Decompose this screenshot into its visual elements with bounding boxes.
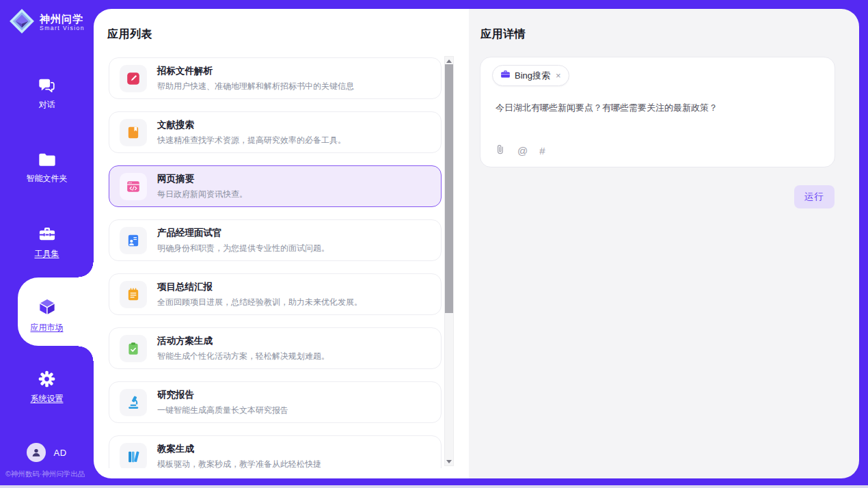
brand-name: 神州问学 [40,14,85,25]
app-title: 研究报告 [157,389,288,401]
books-icon [120,443,147,469]
app-list-panel: 应用列表 招标文件解析 帮助用户快速、准确地理解和解析招标书中的关键信息 [94,9,469,478]
run-button[interactable]: 运行 [794,185,835,208]
clipboard-check-icon [120,335,147,362]
hash-icon[interactable]: # [539,146,545,156]
user-account[interactable]: AD [0,443,94,462]
microscope-icon [120,389,147,416]
tool-chip-bing-search[interactable]: Bing搜索 × [492,65,569,86]
sidebar-item-chat[interactable]: 对话 [0,77,94,111]
app-subtitle: 全面回顾项目进展，总结经验教训，助力未来优化发展。 [157,297,362,308]
sidebar-item-label: 应用市场 [31,322,64,334]
app-title: 活动方案生成 [157,335,329,347]
browser-code-icon [120,173,147,200]
person-doc-icon [120,227,147,254]
book-icon [120,119,147,146]
tool-chip-label: Bing搜索 [515,70,550,82]
app-title: 招标文件解析 [157,65,354,77]
sidebar-item-label: 对话 [39,99,55,111]
app-subtitle: 一键智能生成高质量长文本研究报告 [157,405,288,416]
app-subtitle: 快速精准查找学术资源，提高研究效率的必备工具。 [157,135,346,146]
app-detail-panel: 应用详情 Bing搜索 × 今日湖北有哪些新闻要点？有哪些需要关注的最新政策？ [469,9,859,478]
scrollbar-thumb[interactable] [445,64,453,313]
app-subtitle: 明确身份和职责，为您提供专业性的面试问题。 [157,243,329,254]
user-initials: AD [53,448,66,458]
folder-icon [0,152,94,168]
brand-subtitle: Smart Vision [40,25,85,31]
copyright-text: ©神州数码·神州问学出品 [5,470,85,479]
avatar [27,443,46,462]
sidebar-item-smart-folder[interactable]: 智能文件夹 [0,152,94,185]
list-item-project-summary[interactable]: 项目总结汇报 全面回顾项目进展，总结经验教训，助力未来优化发展。 [109,273,442,315]
app-subtitle: 智能生成个性化活动方案，轻松解决规划难题。 [157,351,329,362]
notepad-icon [120,281,147,308]
input-toolbar: @ # [494,144,545,158]
scrollbar-down-arrow[interactable] [445,457,453,465]
paperclip-icon[interactable] [494,144,506,158]
app-subtitle: 帮助用户快速、准确地理解和解析招标书中的关键信息 [157,81,354,92]
app-list: 招标文件解析 帮助用户快速、准确地理解和解析招标书中的关键信息 文献搜索 快速精… [109,57,442,468]
sidebar-item-label: 工具集 [35,248,59,260]
sidebar-item-label: 系统设置 [31,393,64,405]
cube-icon [0,297,94,317]
list-item-pm-interviewer[interactable]: 产品经理面试官 明确身份和职责，为您提供专业性的面试问题。 [109,219,442,261]
app-list-title: 应用列表 [107,27,152,42]
app-subtitle: 模板驱动，教案秒成，教学准备从此轻松快捷 [157,459,321,469]
prompt-card: Bing搜索 × 今日湖北有哪些新闻要点？有哪些需要关注的最新政策？ @ # [480,57,835,167]
sidebar-item-app-market[interactable]: 应用市场 [0,297,94,334]
person-icon [31,447,42,458]
brand-logo-diamond-icon [9,8,35,37]
bottom-edge [0,485,868,488]
mention-icon[interactable]: @ [517,146,528,156]
list-item-bid-document-parse[interactable]: 招标文件解析 帮助用户快速、准确地理解和解析招标书中的关键信息 [109,57,442,99]
query-input[interactable]: 今日湖北有哪些新闻要点？有哪些需要关注的最新政策？ [496,101,819,115]
app-title: 项目总结汇报 [157,281,362,293]
app-window: 神州问学 Smart Vision 对话 智能文件夹 [0,0,868,488]
list-item-literature-search[interactable]: 文献搜索 快速精准查找学术资源，提高研究效率的必备工具。 [109,111,442,153]
scrollbar[interactable] [444,56,454,466]
toolbox-icon [0,226,94,243]
list-item-lesson-plan[interactable]: 教案生成 模板驱动，教案秒成，教学准备从此轻松快捷 [109,435,442,468]
list-item-event-plan[interactable]: 活动方案生成 智能生成个性化活动方案，轻松解决规划难题。 [109,327,442,369]
chat-icon [0,77,94,94]
app-title: 产品经理面试官 [157,227,329,239]
list-item-web-summary[interactable]: 网页摘要 每日政府新闻资讯快查。 [109,165,442,207]
app-subtitle: 每日政府新闻资讯快查。 [157,189,247,200]
app-title: 网页摘要 [157,173,247,185]
close-icon[interactable]: × [556,70,561,81]
sidebar-item-label: 智能文件夹 [27,173,68,185]
briefcase-icon [500,69,511,82]
app-title: 文献搜索 [157,119,346,131]
brand: 神州问学 Smart Vision [9,8,85,37]
app-detail-title: 应用详情 [480,27,526,42]
list-item-research-report[interactable]: 研究报告 一键智能生成高质量长文本研究报告 [109,381,442,423]
gear-icon [0,370,94,388]
app-title: 教案生成 [157,443,321,455]
sidebar-item-settings[interactable]: 系统设置 [0,370,94,405]
sidebar: 神州问学 Smart Vision 对话 智能文件夹 [0,0,94,488]
pen-square-icon [120,65,147,92]
sidebar-item-toolset[interactable]: 工具集 [0,226,94,260]
